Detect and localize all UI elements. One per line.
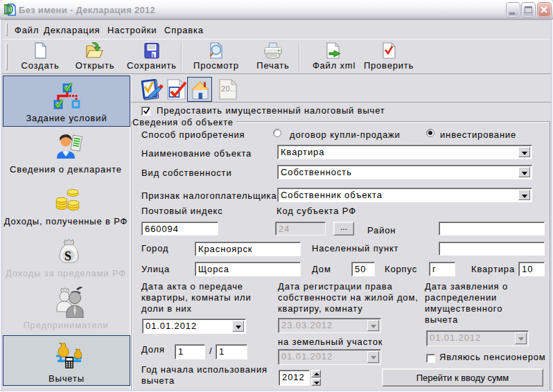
svg-text:D: D xyxy=(4,3,13,16)
svg-text:20..: 20.. xyxy=(221,84,235,93)
svg-text:S: S xyxy=(64,249,71,263)
